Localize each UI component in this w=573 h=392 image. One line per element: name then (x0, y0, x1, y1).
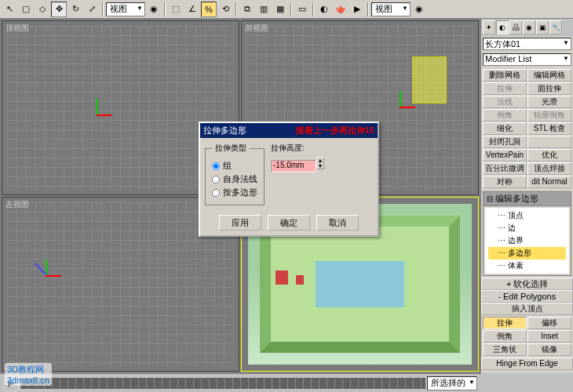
display-tab-icon[interactable]: ▣ (536, 20, 549, 34)
mirror-poly-button[interactable]: 镜像 (527, 343, 571, 356)
radio-by-polygon[interactable]: 按多边形 (212, 187, 257, 198)
modifier-button[interactable]: 面拉伸 (527, 82, 571, 95)
selection-status[interactable]: 所选择的 (427, 376, 477, 390)
modifier-button[interactable]: 百分比微调 (483, 162, 527, 175)
tree-item[interactable]: ⋯ 体素 (488, 260, 566, 272)
tree-item[interactable]: ⋯ 多边形 (488, 247, 566, 260)
bevel-button[interactable]: 偏移 (527, 317, 571, 329)
tool-scale-icon[interactable]: ⤢ (84, 2, 100, 17)
mirror-icon[interactable]: ⧉ (239, 2, 255, 17)
subobject-tree: ⋯ 顶点⋯ 边⋯ 边界⋯ 多边形⋯ 体素 (485, 208, 569, 274)
command-panel: ✦ ◐ 品 ◉ ▣ 🔧 长方体01 Modifier List 删除网格编辑网格… (480, 19, 573, 373)
tree-item[interactable]: ⋯ 边界 (488, 234, 566, 247)
hierarchy-tab-icon[interactable]: 品 (509, 20, 522, 34)
array-icon[interactable]: ▦ (272, 2, 288, 17)
modifier-button[interactable]: 顶点焊接 (527, 162, 571, 175)
edit-polygons-rollout[interactable]: - Edit Polygons (481, 290, 573, 303)
modifier-button[interactable]: 法线 (483, 96, 527, 108)
main-toolbar: ↖ ▢ ◇ ✥ ↻ ⤢ 视图 ◉ ⬚ ∠ % ⟲ ⧉ ▥ ▦ ▭ ◐ 🫖 ▶ 视… (0, 0, 573, 19)
modifier-button[interactable]: 倒角 (483, 109, 527, 122)
create-tab-icon[interactable]: ✦ (483, 20, 495, 34)
tool-select-icon[interactable]: ↖ (2, 2, 17, 17)
hinge-button[interactable]: Hinge From Edge (481, 358, 573, 370)
modifier-button[interactable]: VertexPain (483, 149, 527, 162)
cancel-button[interactable]: 取消 (316, 215, 359, 230)
quick-render-icon[interactable]: ◉ (411, 2, 427, 17)
watermark: 3D教程网3dmax8.cn (5, 363, 52, 386)
tree-item[interactable]: ⋯ 顶点 (488, 209, 566, 222)
inset-button[interactable]: Inset (527, 330, 571, 343)
panel-tabs: ✦ ◐ 品 ◉ ▣ 🔧 (481, 19, 573, 36)
material-editor-icon[interactable]: ◐ (316, 2, 332, 17)
angle-snap-icon[interactable]: ∠ (184, 2, 200, 17)
tree-item[interactable]: ⋯ 边 (488, 222, 566, 234)
refcoord-dropdown[interactable]: 视图 (106, 2, 145, 16)
height-label: 拉伸高度: (271, 143, 324, 154)
radio-group[interactable]: 组 (212, 160, 257, 172)
modifier-list-dropdown[interactable]: Modifier List (483, 53, 571, 66)
modifier-buttons: 删除网格编辑网格拉伸面拉伸法线光滑倒角轮廓倒角细化STL 检查封闭孔洞Verte… (481, 67, 573, 190)
render-setup-icon[interactable]: 🫖 (333, 2, 349, 17)
render-icon[interactable]: ▶ (349, 2, 365, 17)
tool-rotate-icon[interactable]: ↻ (68, 2, 83, 17)
modify-tab-icon[interactable]: ◐ (496, 20, 509, 34)
motion-tab-icon[interactable]: ◉ (523, 20, 535, 34)
extrude-dialog: 拉伸多边形 接着上一步再拉伸15 拉伸类型 组 自身法线 按多边形 拉伸高度: … (199, 122, 379, 237)
view-dropdown[interactable]: 视图 (371, 2, 411, 16)
modifier-button[interactable]: dit Normal (527, 176, 571, 188)
modifier-button[interactable]: 拉伸 (483, 82, 527, 95)
extrude-button[interactable]: 拉伸 (483, 317, 527, 329)
percent-snap-icon[interactable]: % (201, 2, 217, 17)
time-slider[interactable] (20, 378, 425, 389)
modifier-button[interactable]: 优化 (527, 149, 571, 162)
timeline: ▶ 所选择的 (0, 373, 480, 392)
named-sel-icon[interactable]: ▭ (294, 2, 310, 17)
tool-move-icon[interactable]: ✥ (51, 2, 67, 17)
height-spinner[interactable]: -15.0mm (271, 160, 316, 172)
triangulate-button[interactable]: 三角状 (483, 343, 527, 356)
soft-selection-rollout[interactable]: + 软化选择 (481, 278, 573, 290)
extrude-type-group: 拉伸类型 组 自身法线 按多边形 (205, 143, 265, 205)
modifier-button[interactable]: 对称 (483, 176, 527, 188)
ok-button[interactable]: 确定 (268, 215, 310, 230)
modifier-button[interactable]: STL 检查 (527, 122, 571, 135)
align-icon[interactable]: ▥ (256, 2, 272, 17)
modifier-button[interactable]: 细化 (483, 122, 527, 135)
tool-lasso-icon[interactable]: ◇ (35, 2, 50, 17)
modifier-button[interactable] (527, 136, 571, 148)
tool-region-icon[interactable]: ▢ (18, 2, 34, 17)
object-name-field[interactable]: 长方体01 (483, 38, 571, 50)
center-icon[interactable]: ◉ (146, 2, 162, 17)
utilities-tab-icon[interactable]: 🔧 (549, 20, 562, 34)
apply-button[interactable]: 应用 (219, 215, 261, 230)
modifier-button[interactable]: 轮廓倒角 (527, 109, 571, 122)
radio-local-normal[interactable]: 自身法线 (212, 173, 257, 185)
modifier-button[interactable]: 删除网格 (483, 69, 527, 82)
snap-toggle-icon[interactable]: ⬚ (168, 2, 184, 17)
spinner-snap-icon[interactable]: ⟲ (217, 2, 233, 17)
dialog-titlebar[interactable]: 拉伸多边形 接着上一步再拉伸15 (200, 123, 378, 138)
modifier-button[interactable]: 封闭孔洞 (483, 136, 527, 148)
insert-vertex-button[interactable]: 插入顶点 (481, 303, 573, 315)
chamfer-button[interactable]: 倒角 (483, 330, 527, 343)
modifier-button[interactable]: 编辑网格 (527, 69, 571, 82)
modifier-button[interactable]: 光滑 (527, 96, 571, 108)
